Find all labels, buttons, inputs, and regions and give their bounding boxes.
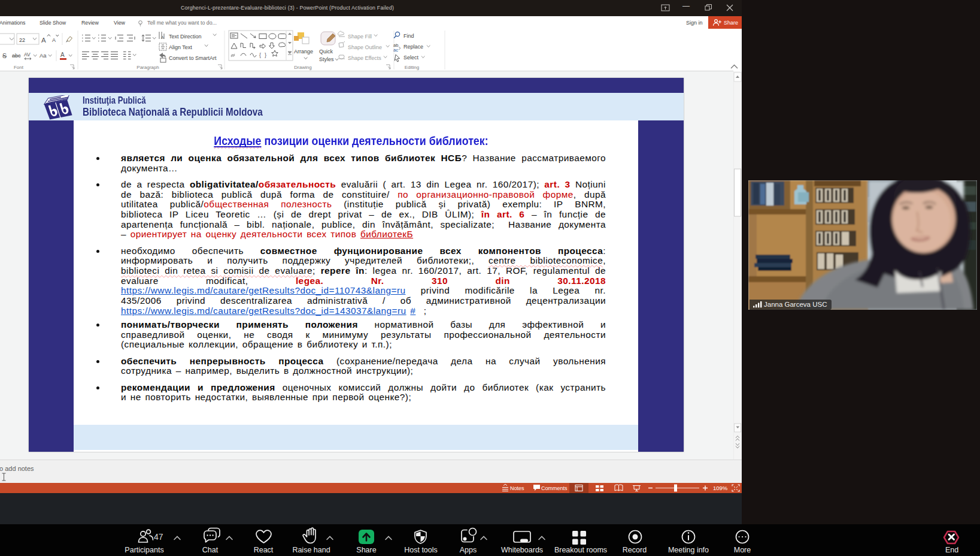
svg-text:ac: ac: [393, 47, 398, 53]
svg-text:AV: AV: [24, 52, 31, 58]
svg-text:Select: Select: [403, 55, 419, 61]
svg-text:Paragraph: Paragraph: [136, 65, 159, 70]
svg-text:Arrange: Arrange: [294, 49, 313, 55]
svg-text:Editing: Editing: [405, 65, 419, 70]
svg-text:A: A: [41, 37, 46, 44]
svg-text:47: 47: [154, 532, 163, 542]
svg-text:A: A: [52, 37, 56, 43]
svg-text:Quick: Quick: [319, 49, 333, 55]
svg-text:Replace: Replace: [403, 44, 423, 50]
svg-text:Styles: Styles: [319, 56, 334, 62]
svg-text:Shape Effects: Shape Effects: [348, 55, 381, 61]
svg-text:Aa: Aa: [40, 52, 47, 59]
svg-text:Text Direction: Text Direction: [169, 34, 202, 40]
svg-text:109%: 109%: [713, 485, 728, 491]
svg-text:A: A: [60, 52, 65, 58]
svg-text:Align Text: Align Text: [169, 44, 192, 50]
svg-text:{: {: [259, 52, 261, 58]
svg-text:Find: Find: [403, 33, 414, 39]
svg-text:Font: Font: [14, 65, 24, 70]
svg-text:Comments: Comments: [541, 485, 568, 491]
svg-text:22: 22: [19, 37, 25, 43]
svg-text:Notes: Notes: [510, 485, 524, 491]
svg-text:A: A: [161, 35, 164, 40]
svg-text:Drawing: Drawing: [294, 65, 311, 70]
svg-text:Shape Fill: Shape Fill: [348, 34, 372, 40]
svg-text:Shape Outline: Shape Outline: [348, 44, 382, 50]
svg-text:}: }: [265, 52, 266, 58]
svg-text:S: S: [2, 52, 7, 59]
svg-text:Convert to SmartArt: Convert to SmartArt: [169, 55, 217, 61]
svg-text:abc: abc: [12, 53, 21, 59]
